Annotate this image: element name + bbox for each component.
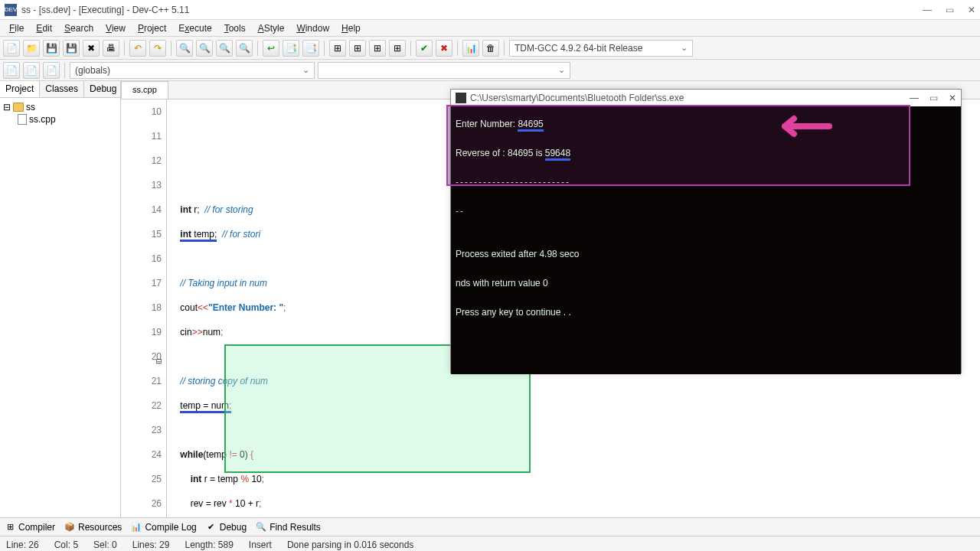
menu-help[interactable]: Help [335, 21, 367, 35]
compile-run-icon[interactable]: ⊞ [369, 40, 386, 57]
status-lines: Lines: 29 [132, 540, 170, 550]
separator [257, 41, 258, 56]
stop-icon[interactable]: ✖ [436, 40, 452, 57]
separator [171, 41, 172, 56]
status-length: Length: 589 [185, 540, 233, 550]
trash-icon[interactable]: 🗑 [482, 40, 499, 57]
minimize-icon[interactable]: — [923, 5, 932, 15]
bookmark-icon[interactable]: 📑 [283, 40, 299, 57]
console-titlebar: C:\Users\smarty\Documents\Bluetooth Fold… [451, 90, 961, 106]
tree-file[interactable]: ss.cpp [3, 113, 117, 126]
console-close-icon[interactable]: ✕ [949, 93, 956, 103]
menu-edit[interactable]: Edit [30, 21, 58, 35]
toolbar-scope: 📄 📄 📄 (globals) [0, 60, 980, 81]
undo-icon[interactable]: ↶ [129, 40, 146, 57]
editor-tab-sscpp[interactable]: ss.cpp [121, 81, 168, 99]
folder-icon [13, 103, 24, 112]
new-project-icon[interactable]: 📄 [3, 62, 20, 79]
scope-select[interactable]: (globals) [70, 62, 315, 79]
new-file-icon[interactable]: 📄 [3, 40, 20, 57]
bottom-resources[interactable]: 📦Resources [64, 522, 122, 533]
console-title: C:\Users\smarty\Documents\Bluetooth Fold… [470, 93, 684, 103]
menu-search[interactable]: Search [58, 21, 100, 35]
console-window: C:\Users\smarty\Documents\Bluetooth Fold… [450, 89, 962, 373]
separator [504, 41, 505, 56]
bottom-tabs: ⊞Compiler 📦Resources 📊Compile Log ✔Debug… [0, 517, 980, 536]
console-body[interactable]: Enter Number: 84695 Reverse of : 84695 i… [451, 106, 961, 374]
panel-tabs: Project Classes Debug [0, 81, 120, 98]
separator [64, 63, 65, 78]
save-all-icon[interactable]: 💾 [63, 40, 80, 57]
separator [124, 41, 125, 56]
menu-project[interactable]: Project [132, 21, 172, 35]
rebuild-icon[interactable]: ⊞ [389, 40, 406, 57]
status-mode: Insert [249, 540, 272, 550]
console-icon [456, 93, 466, 103]
window-title: ss - [ss.dev] - [Executing] - Dev-C++ 5.… [21, 5, 923, 15]
bottom-debug[interactable]: ✔Debug [206, 522, 247, 533]
status-bar: Line: 26 Col: 5 Sel: 0 Lines: 29 Length:… [0, 536, 980, 551]
menu-bar: File Edit Search View Project Execute To… [0, 20, 980, 37]
separator [324, 41, 325, 56]
close-icon[interactable]: ✕ [968, 5, 975, 15]
status-col: Col: 5 [54, 540, 78, 550]
find-icon[interactable]: 🔍 [176, 40, 193, 57]
find-files-icon[interactable]: 🔍 [216, 40, 233, 57]
tab-debug[interactable]: Debug [84, 81, 122, 97]
print-icon[interactable]: 🖶 [103, 40, 119, 57]
tab-project[interactable]: Project [0, 81, 40, 97]
menu-astyle[interactable]: AStyle [252, 21, 291, 35]
separator [410, 41, 411, 56]
profile-icon[interactable]: 📊 [462, 40, 479, 57]
debug-ok-icon[interactable]: ✔ [416, 40, 433, 57]
redo-icon[interactable]: ↷ [149, 40, 166, 57]
close-file-icon[interactable]: ✖ [83, 40, 100, 57]
compile-icon[interactable]: ⊞ [329, 40, 346, 57]
file-icon [18, 114, 27, 125]
project-panel: Project Classes Debug ⊟ss ss.cpp [0, 81, 121, 517]
bottom-compiler[interactable]: ⊞Compiler [5, 522, 55, 533]
status-line: Line: 26 [6, 540, 39, 550]
console-minimize-icon[interactable]: — [910, 93, 919, 103]
save-icon[interactable]: 💾 [43, 40, 60, 57]
bottom-find-results[interactable]: 🔍Find Results [256, 522, 321, 533]
separator [457, 41, 458, 56]
tab-classes[interactable]: Classes [40, 81, 84, 97]
menu-view[interactable]: View [100, 21, 132, 35]
project-tree: ⊟ss ss.cpp [0, 98, 120, 129]
run-icon[interactable]: ⊞ [349, 40, 366, 57]
bottom-compile-log[interactable]: 📊Compile Log [131, 522, 196, 533]
status-sel: Sel: 0 [93, 540, 117, 550]
maximize-icon[interactable]: ▭ [946, 5, 954, 15]
fold-icon[interactable]: ⊟ [156, 349, 162, 373]
open-icon[interactable]: 📁 [23, 40, 40, 57]
tree-root[interactable]: ⊟ss [3, 101, 117, 113]
menu-execute[interactable]: Execute [172, 21, 217, 35]
goto-icon[interactable]: ↩ [263, 40, 279, 57]
window-titlebar: DEV ss - [ss.dev] - [Executing] - Dev-C+… [0, 0, 980, 20]
status-parse: Done parsing in 0.016 seconds [287, 540, 413, 550]
menu-window[interactable]: Window [290, 21, 335, 35]
remove-file-icon[interactable]: 📄 [43, 62, 60, 79]
replace-icon[interactable]: 🔍 [196, 40, 213, 57]
symbol-select[interactable] [318, 62, 570, 79]
compiler-select[interactable]: TDM-GCC 4.9.2 64-bit Release [509, 40, 693, 57]
goto-line-icon[interactable]: 📑 [302, 40, 319, 57]
menu-file[interactable]: File [3, 21, 30, 35]
app-icon: DEV [5, 4, 17, 16]
add-file-icon[interactable]: 📄 [23, 62, 40, 79]
find-next-icon[interactable]: 🔍 [236, 40, 253, 57]
toolbar-main: 📄 📁 💾 💾 ✖ 🖶 ↶ ↷ 🔍 🔍 🔍 🔍 ↩ 📑 📑 ⊞ ⊞ ⊞ ⊞ ✔ … [0, 37, 980, 60]
menu-tools[interactable]: Tools [218, 21, 252, 35]
line-gutter: 1011121314151617181920212223242526 [121, 99, 167, 517]
console-maximize-icon[interactable]: ▭ [929, 93, 938, 103]
